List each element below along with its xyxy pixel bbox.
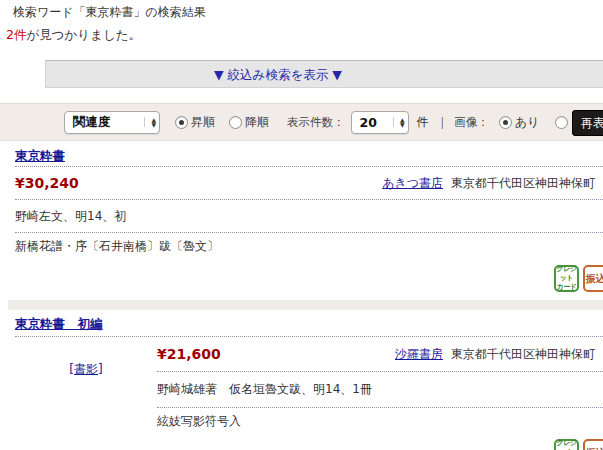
- result-price-row: ¥21,600 沙羅書房 東京都千代田区神田神保町: [157, 337, 603, 372]
- credit-card-icon: クレジット カード: [554, 265, 579, 292]
- book-image-link[interactable]: [書影]: [69, 361, 102, 378]
- image-yes-label: あり: [515, 114, 540, 131]
- per-page-label: 表示件数：: [287, 115, 345, 130]
- seller-link[interactable]: 沙羅書房: [395, 346, 443, 363]
- sort-ascending-radio[interactable]: 昇順: [175, 114, 215, 131]
- payment-badges: クレジット カード 振込: [157, 434, 603, 450]
- author-row: 野崎城雄著 仮名垣魯文跋、明14、1冊: [157, 372, 603, 408]
- description-row: 絃妓写影符号入: [157, 408, 603, 434]
- description-row: 新橋花譜・序〔石井南橋〕跋〔魯文〕: [15, 233, 603, 260]
- description-text: 絃妓写影符号入: [157, 413, 241, 430]
- sort-order-selected-value: 関連度: [73, 114, 111, 131]
- seller-info: 沙羅書房 東京都千代田区神田神保町: [395, 346, 595, 363]
- bank-transfer-icon: 振込: [583, 265, 603, 292]
- sort-display-toolbar: 関連度 ▲▼ 昇順 降順 表示件数： 20 ▲▼ 件 ｜ 画像： あり: [0, 103, 603, 141]
- seller-address: 東京都千代田区神田神保町: [451, 346, 595, 363]
- price-value: ¥30,240: [15, 175, 79, 191]
- result-body: [書影] ¥21,600 沙羅書房 東京都千代田区神田神保町 野崎城雄著 仮名垣…: [15, 337, 603, 450]
- per-page-selected-value: 20: [360, 115, 377, 130]
- result-item-1: 東京粋書 ¥30,240 あきつ書店 東京都千代田区神田神保町 野崎左文、明14…: [15, 147, 603, 292]
- credit-card-icon-text1: クレジット: [556, 265, 577, 283]
- image-filter-label: 画像：: [454, 115, 489, 130]
- result-title-row: 東京粋書: [15, 147, 603, 167]
- credit-card-icon-text2: カード: [557, 283, 577, 292]
- result-separator: [8, 300, 603, 310]
- result-price-row: ¥30,240 あきつ書店 東京都千代田区神田神保町: [15, 167, 603, 200]
- select-stepper-icon: ▲▼: [393, 117, 405, 127]
- radio-checked-icon[interactable]: [499, 116, 512, 129]
- select-stepper-icon: ▲▼: [144, 117, 156, 127]
- seller-info: あきつ書店 東京都千代田区神田神保町: [382, 175, 595, 192]
- radio-checked-icon[interactable]: [175, 116, 188, 129]
- per-page-unit: 件: [417, 114, 429, 131]
- result-title-link[interactable]: 東京粋書 初編: [15, 316, 103, 333]
- refine-search-toggle-bar[interactable]: ▼ 絞込み検索を表示 ▼: [45, 60, 603, 88]
- price-value: ¥21,600: [157, 346, 221, 362]
- credit-card-icon-text1: クレジット: [556, 439, 577, 450]
- result-count-number: 2件: [6, 27, 26, 42]
- author-line: 野崎城雄著 仮名垣魯文跋、明14、1冊: [157, 381, 372, 398]
- credit-card-icon: クレジット カード: [554, 439, 579, 450]
- bank-transfer-icon: 振込: [583, 439, 603, 450]
- description-text: 新橋花譜・序〔石井南橋〕跋〔魯文〕: [15, 238, 219, 255]
- image-yes-radio[interactable]: あり: [499, 114, 540, 131]
- seller-address: 東京都千代田区神田神保町: [451, 175, 595, 192]
- result-item-2: 東京粋書 初編 [書影] ¥21,600 沙羅書房 東京都千代田区神田神保町 野…: [15, 313, 603, 450]
- sort-order-select[interactable]: 関連度 ▲▼: [64, 111, 160, 134]
- toolbar-inner: 関連度 ▲▼ 昇順 降順 表示件数： 20 ▲▼ 件 ｜ 画像： あり: [0, 104, 603, 140]
- sort-ascending-label: 昇順: [191, 114, 215, 131]
- search-keyword-heading: 検索ワード「東京粋書」の検索結果: [13, 4, 206, 21]
- sort-descending-radio[interactable]: 降順: [229, 114, 269, 131]
- detail-column: ¥21,600 沙羅書房 東京都千代田区神田神保町 野崎城雄著 仮名垣魯文跋、明…: [157, 337, 603, 450]
- result-title-row: 東京粋書 初編: [15, 313, 603, 337]
- result-count-suffix: が見つかりました。: [26, 27, 141, 42]
- sort-descending-label: 降順: [245, 114, 269, 131]
- payment-badges: クレジット カード 振込: [15, 260, 603, 292]
- toolbar-divider: ｜: [437, 114, 449, 131]
- thumbnail-column: [書影]: [15, 337, 157, 450]
- bank-transfer-icon-text: 振込: [586, 446, 603, 450]
- refine-search-toggle-label[interactable]: ▼ 絞込み検索を表示 ▼: [214, 67, 342, 84]
- seller-link[interactable]: あきつ書店: [382, 175, 443, 192]
- per-page-select[interactable]: 20 ▲▼: [351, 111, 409, 134]
- redisplay-button[interactable]: 再表示: [572, 110, 603, 136]
- author-line: 野崎左文、明14、初: [15, 208, 126, 225]
- search-results-page: 検索ワード「東京粋書」の検索結果 2件が見つかりました。 ▼ 絞込み検索を表示 …: [0, 0, 603, 450]
- result-count-line: 2件が見つかりました。: [6, 27, 141, 44]
- result-title-link[interactable]: 東京粋書: [15, 148, 65, 165]
- radio-unchecked-icon[interactable]: [229, 116, 242, 129]
- bank-transfer-icon-text: 振込: [586, 272, 603, 286]
- radio-unchecked-icon[interactable]: [555, 116, 568, 129]
- author-row: 野崎左文、明14、初: [15, 200, 603, 233]
